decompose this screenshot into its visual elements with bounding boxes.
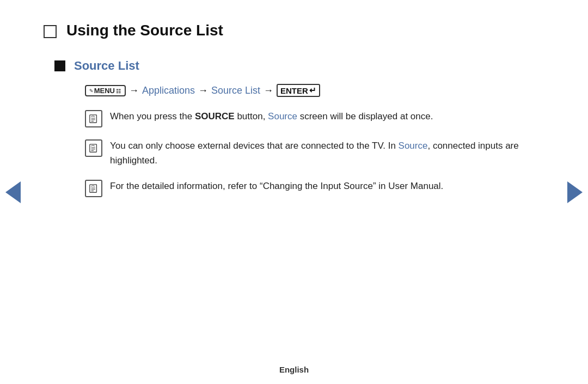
arrow-2: → [198, 85, 208, 96]
note-item-2: You can only choose external devices tha… [85, 138, 544, 168]
menu-label: MENU [94, 87, 115, 95]
black-square-icon [54, 60, 65, 71]
note-item-3: For the detailed information, refer to “… [85, 179, 544, 197]
note-icon-2 [85, 139, 102, 157]
enter-icon: ENTER ↵ [277, 84, 320, 97]
left-arrow-icon [5, 181, 21, 203]
note-icon-3 [85, 180, 102, 197]
note-item-1: When you press the SOURCE button, Source… [85, 109, 544, 127]
section-title: Source List [74, 59, 139, 73]
arrow-3: → [264, 85, 273, 96]
menu-key-icon: ✎ MENU ☷ [85, 85, 126, 96]
nav-right-button[interactable] [567, 181, 583, 203]
note-icon-1 [85, 110, 102, 127]
pencil-page-icon-3 [89, 184, 99, 193]
source-bold: SOURCE [195, 111, 235, 121]
menu-row: ✎ MENU ☷ → Applications → Source List → … [85, 84, 544, 97]
page-container: Using the Source List Source List ✎ MENU… [0, 0, 588, 384]
main-title-text: Using the Source List [66, 22, 223, 39]
enter-label: ENTER [280, 86, 308, 95]
menu-dots: ☷ [116, 87, 121, 95]
note-text-1: When you press the SOURCE button, Source… [110, 109, 433, 124]
nav-left-button[interactable] [5, 181, 21, 203]
note-items: When you press the SOURCE button, Source… [85, 109, 544, 197]
enter-symbol: ↵ [309, 86, 316, 95]
pencil-page-icon-1 [89, 114, 99, 124]
note-text-3: For the detailed information, refer to “… [110, 179, 443, 193]
arrow-1: → [129, 85, 139, 96]
source-blue-2: Source [399, 141, 428, 151]
menu-hand-icon: ✎ [89, 87, 93, 94]
note-text-2: You can only choose external devices tha… [110, 138, 544, 168]
right-arrow-icon [567, 181, 583, 203]
pencil-page-icon-2 [89, 143, 99, 153]
footer-language: English [279, 365, 309, 374]
source-blue-1: Source [268, 111, 297, 121]
applications-link: Applications [142, 85, 195, 96]
main-title-row: Using the Source List [44, 22, 544, 39]
section: Source List ✎ MENU ☷ → Applications → So… [54, 59, 544, 197]
checkbox-icon [44, 25, 57, 38]
section-header: Source List [54, 59, 544, 73]
source-list-link: Source List [211, 85, 260, 96]
